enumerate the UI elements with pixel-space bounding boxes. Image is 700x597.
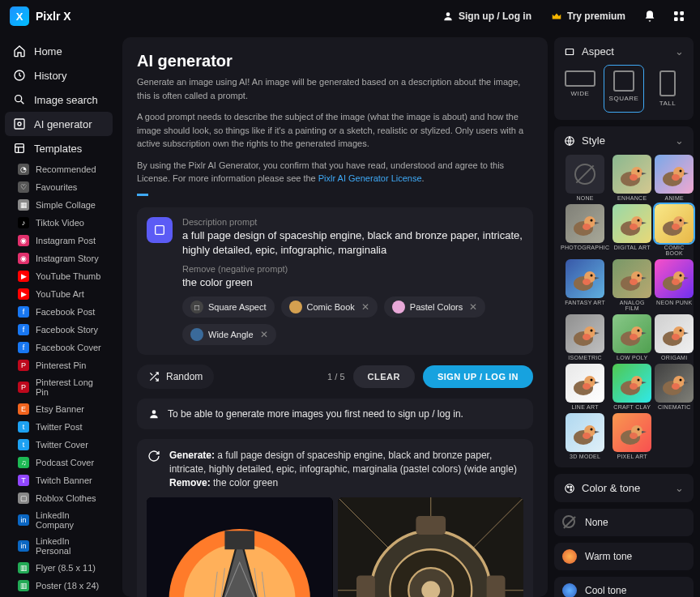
style-option[interactable]: LINE ART [561,364,609,410]
template-item[interactable]: ♫Podcast Cover [5,454,113,471]
remove-prompt-value[interactable]: the color green [182,275,523,290]
premium-link[interactable]: Try premium [544,11,632,22]
nav-home[interactable]: Home [5,39,113,63]
tone-cool[interactable]: Cool tone [554,577,694,597]
none-icon [562,515,577,530]
generated-image-2[interactable] [338,497,524,597]
style-option[interactable]: ANIME [655,155,694,201]
brand-name: Pixlr X [36,10,71,23]
template-label: Instagram Story [36,254,99,263]
svg-point-101 [570,486,572,488]
template-item[interactable]: ▥Poster (18 x 24) [5,577,113,595]
aspect-square[interactable]: SQUARE [604,66,643,112]
template-item[interactable]: fFacebook Cover [5,339,113,356]
style-thumb [655,314,694,353]
template-item[interactable]: ▦Simple Collage [5,196,113,214]
style-option[interactable]: CRAFT CLAY [612,364,651,410]
style-option[interactable]: PHOTOGRAPHIC [561,204,609,256]
template-item[interactable]: tTwitter Post [5,418,113,436]
style-thumb [612,364,651,403]
style-option[interactable]: ANALOG FILM [612,259,651,311]
apps-icon[interactable] [668,5,690,28]
template-item[interactable]: fFacebook Story [5,321,113,339]
style-option[interactable]: 3D MODEL [561,413,609,459]
style-thumb [566,314,604,353]
template-item[interactable]: PPinterest Pin [5,356,113,374]
prompt-chip[interactable]: Comic Book✕ [281,296,378,318]
style-option[interactable]: CINEMATIC [655,364,694,410]
close-icon[interactable]: ✕ [469,301,477,313]
style-option[interactable]: PIXEL ART [612,413,651,459]
template-item[interactable]: inLinkedIn Personal [5,533,113,559]
close-icon[interactable]: ✕ [361,301,369,313]
nav-ai-generator[interactable]: AI generator [5,112,113,136]
license-link[interactable]: Pixlr AI Generator License [318,173,422,183]
refresh-icon[interactable] [147,449,161,463]
nav-image-search[interactable]: Image search [5,87,113,112]
random-button[interactable]: Random [137,365,214,389]
main-content: AI generator Generate an image using AI!… [122,37,548,597]
tone-warm[interactable]: Warm tone [554,543,694,570]
svg-point-42 [672,174,680,181]
style-section-header[interactable]: Style ⌄ [561,134,687,148]
template-item[interactable]: inLinkedIn Company [5,507,113,533]
style-option[interactable]: NEON PUNK [655,259,694,311]
generated-image-1[interactable] [147,497,333,597]
template-item[interactable]: PPinterest Long Pin [5,374,113,400]
style-option[interactable]: ISOMETRIC [561,314,609,360]
search-icon [13,93,26,106]
template-icon: ◉ [18,253,29,264]
svg-point-78 [672,334,680,340]
style-label: CRAFT CLAY [613,404,651,410]
style-option[interactable]: ENHANCE [612,155,651,201]
nav-label: Home [34,45,62,58]
svg-point-49 [638,220,640,222]
accent-underline [137,194,148,196]
style-option[interactable]: FANTASY ART [561,259,609,311]
close-icon[interactable]: ✕ [260,329,268,340]
template-item[interactable]: ◔Recommended [5,160,113,178]
notifications-icon[interactable] [638,5,661,28]
style-option[interactable]: LOW POLY [612,314,651,360]
template-item[interactable]: ◉Instagram Story [5,249,113,267]
prompt-chip[interactable]: □Square Aspect [182,296,275,318]
template-item[interactable]: fFacebook Post [5,303,113,321]
colortone-section-header[interactable]: Color & tone ⌄ [554,474,694,502]
style-label: FANTASY ART [565,300,605,305]
nav-history[interactable]: History [5,63,113,87]
aspect-tall[interactable]: TALL [648,66,687,112]
clear-button[interactable]: CLEAR [353,365,415,388]
template-item[interactable]: ◉Instagram Post [5,232,113,249]
signup-link[interactable]: Sign up / Log in [436,11,538,22]
aspect-section-header[interactable]: Aspect ⌄ [561,45,687,59]
style-option[interactable]: NONE [561,155,609,201]
style-option[interactable]: DIGITAL ART [612,204,651,256]
style-thumb [655,259,694,298]
page-desc-3: By using the Pixlr AI Generator, you con… [137,159,533,185]
nav-templates[interactable]: Templates [5,136,113,160]
template-item[interactable]: ▥Flyer (8.5 x 11) [5,559,113,577]
svg-point-57 [591,275,593,277]
template-item[interactable]: ♡Favourites [5,178,113,196]
template-item[interactable]: EEtsy Banner [5,400,113,418]
desc-prompt-value[interactable]: a full page design of spaceship engine, … [182,228,523,258]
template-icon: in [18,540,29,552]
tone-none[interactable]: None [554,509,694,536]
template-item[interactable]: tTwitter Cover [5,436,113,454]
signup-button[interactable]: SIGN UP / LOG IN [423,365,533,388]
template-item[interactable]: ▶YouTube Thumb [5,267,113,285]
template-item[interactable]: ▶YouTube Art [5,285,113,303]
prompt-chip[interactable]: Wide Angle✕ [182,324,276,345]
nav-label: Templates [34,143,82,155]
style-option[interactable]: ORIGAMI [655,314,694,360]
style-label: LINE ART [571,404,598,410]
aspect-wide[interactable]: WIDE [561,66,600,112]
template-item[interactable]: ▢Roblox Clothes [5,489,113,507]
prompt-chip[interactable]: Pastel Colors✕ [384,296,485,318]
template-icon: ▥ [18,562,29,574]
style-option[interactable]: COMIC BOOK [655,204,694,256]
template-item[interactable]: TTwitch Banner [5,471,113,489]
template-label: Tiktok Video [36,218,84,228]
logo[interactable]: X [10,6,29,26]
template-item[interactable]: ♪Tiktok Video [5,214,113,232]
